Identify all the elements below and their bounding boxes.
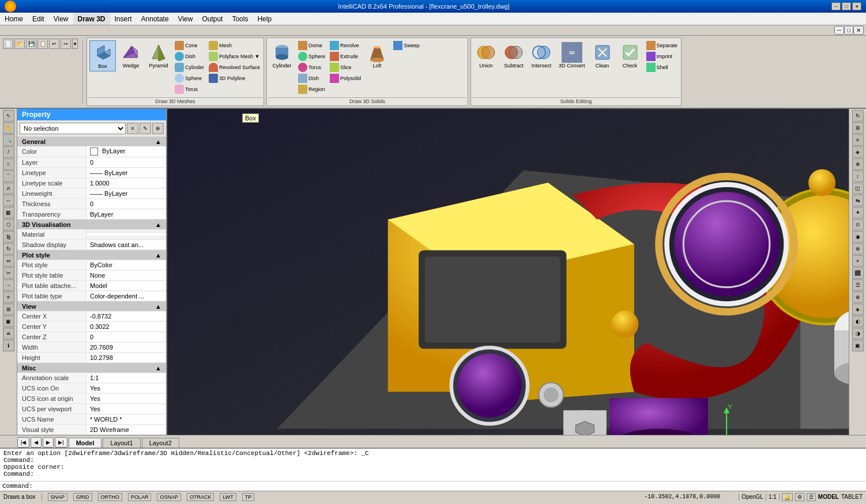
trim-tool-btn[interactable]: ✂ <box>3 267 14 279</box>
grid-btn[interactable]: GRID <box>73 493 92 501</box>
pan-tool-btn[interactable]: ✋ <box>3 122 14 134</box>
right-tool-7[interactable]: ◫ <box>852 183 864 194</box>
right-tool-3[interactable]: ≡ <box>852 134 864 146</box>
new-btn[interactable]: 📄 <box>3 39 13 49</box>
slice-btn[interactable]: Slice <box>329 62 362 73</box>
dim-tool-btn[interactable]: ↔ <box>3 195 14 206</box>
text-tool-btn[interactable]: A <box>3 183 14 194</box>
menu-item-view[interactable]: View <box>49 13 73 25</box>
osnap-btn[interactable]: OSNAP <box>157 493 181 501</box>
save-as-btn[interactable]: 📋 <box>37 39 48 49</box>
polysolid-btn[interactable]: Polysolid <box>329 73 362 84</box>
tab-layout1[interactable]: Layout1 <box>103 438 140 448</box>
extend-tool-btn[interactable]: → <box>3 279 14 291</box>
right-tool-14[interactable]: ⬛ <box>852 267 864 279</box>
menu-item-help[interactable]: Help <box>253 13 276 25</box>
tab-nav-next[interactable]: ▶ <box>43 437 54 448</box>
right-tool-1[interactable]: ↻ <box>852 110 864 122</box>
tab-nav-prev-prev[interactable]: |◀ <box>17 437 29 448</box>
prop-icon-btn-1[interactable]: ≡ <box>127 123 138 134</box>
misc-section-header[interactable]: Misc ▲ <box>17 363 166 373</box>
right-tool-15[interactable]: ☰ <box>852 279 864 291</box>
undo-btn[interactable]: ↩ <box>49 39 59 49</box>
dish-solid-btn[interactable]: Dish <box>297 73 326 84</box>
cylinder-mesh-btn[interactable]: Cylinder <box>174 62 205 73</box>
properties-tool-btn[interactable]: ℹ <box>3 340 14 351</box>
right-tool-9[interactable]: ✦ <box>852 207 864 218</box>
tp-btn[interactable]: TP <box>242 493 255 501</box>
mdi-restore[interactable]: □ <box>844 26 853 35</box>
intersect-btn[interactable]: Intersect <box>529 40 554 70</box>
union-btn[interactable]: Union <box>473 40 499 70</box>
check-btn[interactable]: Check <box>618 40 643 70</box>
snap-btn[interactable]: SNAP <box>48 493 68 501</box>
right-tool-20[interactable]: ▣ <box>852 340 864 351</box>
hatch-tool-btn[interactable]: ▦ <box>3 207 14 218</box>
status-icon-3[interactable]: ☰ <box>807 493 816 501</box>
right-tool-19[interactable]: ◑ <box>852 328 864 339</box>
menu-item-view2[interactable]: View <box>174 13 198 25</box>
right-tool-11[interactable]: ◉ <box>852 231 864 242</box>
right-tool-10[interactable]: ⊙ <box>852 219 864 230</box>
region-btn[interactable]: Region <box>297 84 326 94</box>
subtract-btn[interactable]: Subtract <box>501 40 526 70</box>
arc-tool-btn[interactable]: ⌒ <box>3 170 14 182</box>
right-tool-18[interactable]: ◐ <box>852 316 864 327</box>
right-tool-12[interactable]: ⊗ <box>852 243 864 255</box>
mdi-minimize[interactable]: ─ <box>834 26 844 35</box>
right-tool-16[interactable]: ⊕ <box>852 291 864 303</box>
select-tool-btn[interactable]: ↖ <box>3 110 14 122</box>
tab-nav-next-next[interactable]: ▶| <box>55 437 67 448</box>
right-tool-13[interactable]: ⌖ <box>852 255 864 267</box>
menu-item-output[interactable]: Output <box>197 13 227 25</box>
menu-item-home[interactable]: Home <box>0 13 28 25</box>
minimize-btn[interactable]: ─ <box>831 2 841 10</box>
close-btn[interactable]: ✕ <box>852 2 861 10</box>
mesh-btn[interactable]: Mesh <box>208 40 261 51</box>
rotate-tool-btn[interactable]: ↻ <box>3 243 14 255</box>
prop-icon-btn-2[interactable]: ✎ <box>140 123 151 134</box>
block-tool-btn[interactable]: ▣ <box>3 316 14 327</box>
plotstyle-section-header[interactable]: Plot style ▲ <box>17 251 166 260</box>
3d-convert-btn[interactable]: 3D 3D Convert <box>556 40 588 70</box>
status-icon-1[interactable]: 🔔 <box>782 493 793 501</box>
right-tool-6[interactable]: ↕ <box>852 170 864 182</box>
cylinder-btn[interactable]: Cylinder <box>269 40 295 70</box>
selection-dropdown[interactable]: No selection <box>20 123 126 134</box>
scale-tool-btn[interactable]: ⇔ <box>3 255 14 267</box>
lwt-btn[interactable]: LWT <box>220 493 236 501</box>
zoom-tool-btn[interactable]: 🔍 <box>3 134 14 146</box>
right-tool-4[interactable]: ◈ <box>852 146 864 158</box>
status-icon-2[interactable]: ⚙ <box>795 493 804 501</box>
command-input[interactable] <box>33 483 864 490</box>
sweep-btn[interactable]: Sweep <box>392 40 421 51</box>
extrude-btn[interactable]: Extrude <box>329 51 362 62</box>
polyline-tool-btn[interactable]: ⬡ <box>3 219 14 230</box>
menu-item-annotate[interactable]: Annotate <box>137 13 174 25</box>
revolved-surface-btn[interactable]: Revolved Surface <box>208 62 261 73</box>
otrack-btn[interactable]: OTRACK <box>187 493 214 501</box>
pyramid-btn[interactable]: Pyramid <box>146 40 171 70</box>
ortho-btn[interactable]: ORTHO <box>98 493 122 501</box>
tab-nav-prev[interactable]: ◀ <box>31 437 42 448</box>
offset-tool-btn[interactable]: ≡ <box>3 291 14 303</box>
menu-item-edit[interactable]: Edit <box>28 13 49 25</box>
shell-btn[interactable]: Shell <box>645 62 679 73</box>
dropdown-arrow[interactable]: ▼ <box>72 39 78 49</box>
polar-btn[interactable]: POLAR <box>128 493 152 501</box>
circle-tool-btn[interactable]: ○ <box>3 158 14 170</box>
polyface-mesh-btn[interactable]: Polyface Mesh ▼ <box>208 51 261 62</box>
open-btn[interactable]: 📂 <box>14 39 25 49</box>
tab-model[interactable]: Model <box>69 438 102 448</box>
menu-item-tools[interactable]: Tools <box>227 13 253 25</box>
right-tool-2[interactable]: ⊞ <box>852 122 864 134</box>
torus-solid-btn[interactable]: Torus <box>297 62 326 73</box>
separate-btn[interactable]: Separate <box>645 40 679 51</box>
array-tool-btn[interactable]: ⊞ <box>3 304 14 315</box>
menu-item-insert[interactable]: Insert <box>110 13 137 25</box>
torus-mesh-btn[interactable]: Torus <box>174 84 205 94</box>
line-tool-btn[interactable]: / <box>3 146 14 158</box>
restore-btn[interactable]: □ <box>842 2 851 10</box>
wedge-btn[interactable]: Wedge <box>118 40 144 70</box>
cone-small-btn[interactable]: Cone <box>174 40 205 51</box>
